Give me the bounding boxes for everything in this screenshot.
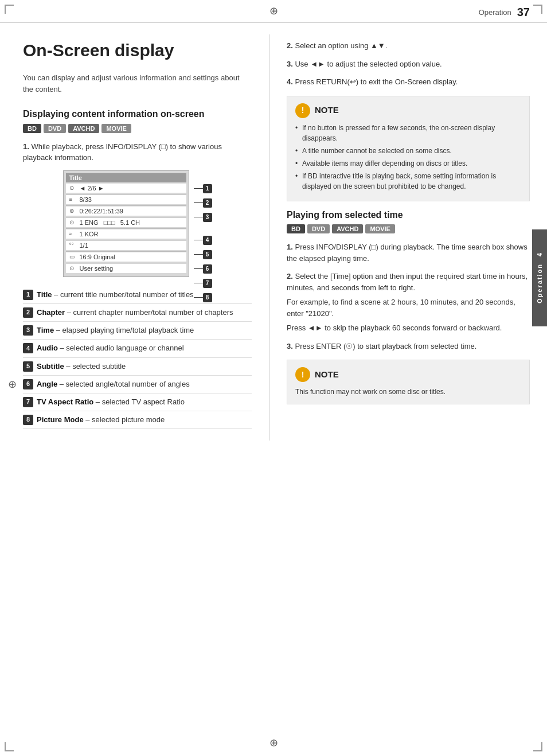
- sep5: [66, 240, 186, 240]
- step2-right: 2. Select an option using ▲▼.: [287, 40, 530, 52]
- row-icon-5: ≈: [69, 231, 80, 237]
- note-header-2: ! NOTE: [295, 367, 521, 382]
- annot-2: 2: [194, 198, 212, 208]
- badge-avchd-2: AVCHD: [332, 224, 363, 233]
- badge-movie-2: MOVIE: [365, 224, 394, 233]
- note-box-2: ! NOTE This function may not work on som…: [287, 360, 530, 404]
- row-icon-8: ⊙: [69, 265, 80, 271]
- note-item-1-3: Available items may differ depending on …: [295, 158, 521, 169]
- sep7: [66, 263, 186, 263]
- annot-5: 5: [194, 250, 212, 259]
- annot-6: 6: [194, 264, 212, 274]
- section2-title: Playing from selected time: [287, 209, 530, 221]
- annot-badge-3: 3: [203, 213, 212, 222]
- desc-badge-8: 8: [23, 415, 33, 425]
- note-item-1-1: If no button is pressed for a few second…: [295, 123, 521, 143]
- display-row-title: ⊙ ◄ 2/6 ►: [66, 184, 186, 193]
- badge-bd: BD: [23, 124, 41, 133]
- display-mockup-container: Title ⊙ ◄ 2/6 ► ≡ 8/33 ⊕ 0:26:22/1:51:39: [63, 170, 212, 277]
- note-title-1: NOTE: [315, 104, 339, 117]
- desc-badge-2: 2: [23, 307, 33, 318]
- sep2: [66, 205, 186, 206]
- right-column: 2. Select an option using ▲▼. 3. Use ◄► …: [269, 34, 547, 441]
- step2-para2: Press ◄► to skip the playback 60 seconds…: [287, 322, 530, 334]
- display-row-audio: ⊙ 1 ENG □□□ 5.1 CH: [66, 218, 186, 227]
- side-tab-number: 4: [536, 252, 543, 256]
- annot-badge-6: 6: [203, 264, 212, 274]
- annot-badge-8: 8: [203, 293, 212, 302]
- description-list: 1 Title – current title number/total num…: [23, 286, 252, 430]
- step3-section2: 3. Press ENTER (☉) to start playback fro…: [287, 341, 530, 352]
- desc-item-4: 4 Audio – selected audio language or cha…: [23, 340, 252, 357]
- annot-line-1: [194, 188, 203, 189]
- display-row-time: ⊕ 0:26:22/1:51:39: [66, 206, 186, 216]
- left-column: On-Screen display You can display and ad…: [0, 34, 269, 441]
- step2-section2: 2. Select the [Time] option and then inp…: [287, 271, 530, 334]
- sep1: [66, 194, 186, 194]
- bottom-crosshair-icon: ⊕: [269, 736, 278, 749]
- row-icon-3: ⊕: [69, 208, 80, 214]
- annot-3: 3: [194, 213, 212, 222]
- display-row-picture: ⊙ User setting: [66, 264, 186, 273]
- desc-badge-7: 7: [23, 397, 33, 407]
- sep6: [66, 251, 186, 252]
- corner-mark-bl: [5, 742, 14, 751]
- note-header-1: ! NOTE: [295, 103, 521, 118]
- sep4: [66, 228, 186, 229]
- step1-left: 1. While playback, press INFO/DISPLAY (□…: [23, 141, 252, 163]
- display-row-aspect: ▭ 16:9 Original: [66, 252, 186, 262]
- side-tab: 4 Operation: [532, 229, 547, 326]
- corner-mark-br: [533, 742, 542, 751]
- note-icon-2: !: [295, 367, 310, 382]
- corner-mark-tl: [5, 5, 14, 14]
- badge-dvd: DVD: [44, 124, 66, 133]
- row-icon-7: ▭: [69, 254, 80, 260]
- display-mockup: Title ⊙ ◄ 2/6 ► ≡ 8/33 ⊕ 0:26:22/1:51:39: [63, 170, 189, 277]
- intro-text: You can display and adjust various infor…: [23, 72, 252, 95]
- display-row-subtitle: ≈ 1 KOR: [66, 229, 186, 239]
- badge-bd-2: BD: [287, 224, 305, 233]
- desc-item-3: 3 Time – elapsed playing time/total play…: [23, 322, 252, 340]
- row-icon-2: ≡: [69, 196, 80, 202]
- format-badges: BD DVD AVCHD MOVIE: [23, 124, 252, 133]
- section1-title: Displaying content information on-screen: [23, 108, 252, 120]
- desc-badge-6: 6: [23, 379, 33, 389]
- desc-item-6: 6 Angle – selected angle/total number of…: [23, 376, 252, 393]
- annot-badge-2: 2: [203, 198, 212, 208]
- desc-item-5: 5 Subtitle – selected subtitle: [23, 358, 252, 376]
- desc-item-7: 7 TV Aspect Ratio – selected TV aspect R…: [23, 393, 252, 411]
- note-list-1: If no button is pressed for a few second…: [295, 123, 521, 192]
- note-text-2: This function may not work on some disc …: [295, 387, 521, 397]
- note-title-2: NOTE: [315, 368, 339, 381]
- annot-badge-5: 5: [203, 250, 212, 259]
- annot-badge-7: 7: [203, 279, 212, 288]
- side-tab-label: Operation: [536, 263, 543, 303]
- main-content: On-Screen display You can display and ad…: [0, 23, 547, 441]
- annot-line-4: [194, 240, 203, 240]
- annot-line-7: [194, 283, 203, 283]
- badge-avchd: AVCHD: [68, 124, 99, 133]
- annot-line-6: [194, 268, 203, 269]
- note-icon-1: !: [295, 103, 310, 118]
- desc-badge-4: 4: [23, 343, 33, 353]
- page-number: 37: [517, 6, 530, 19]
- annot-7: 7: [194, 279, 212, 288]
- annot-badge-4: 4: [203, 236, 212, 245]
- annot-line-8: [194, 297, 203, 298]
- annot-line-5: [194, 254, 203, 255]
- row-icon-6: °°: [69, 242, 80, 248]
- page-title: On-Screen display: [23, 40, 252, 61]
- desc-item-2: 2 Chapter – current chapter number/total…: [23, 304, 252, 322]
- section-label: Operation: [479, 8, 511, 17]
- note-box-1: ! NOTE If no button is pressed for a few…: [287, 96, 530, 201]
- display-row-angle: °° 1/1: [66, 241, 186, 250]
- left-crosshair-icon: ⊕: [8, 378, 17, 391]
- step4-right: 4. Press RETURN(↩) to exit the On-Screen…: [287, 76, 530, 88]
- top-crosshair-icon: ⊕: [269, 5, 278, 17]
- desc-item-1: 1 Title – current title number/total num…: [23, 286, 252, 304]
- note-item-1-2: A title number cannot be selected on som…: [295, 146, 521, 156]
- annot-line-2: [194, 202, 203, 203]
- step1-section2: 1. Press INFO/DISPLAY (□) during playbac…: [287, 241, 530, 264]
- desc-badge-1: 1: [23, 290, 33, 300]
- annot-4: 4: [194, 236, 212, 245]
